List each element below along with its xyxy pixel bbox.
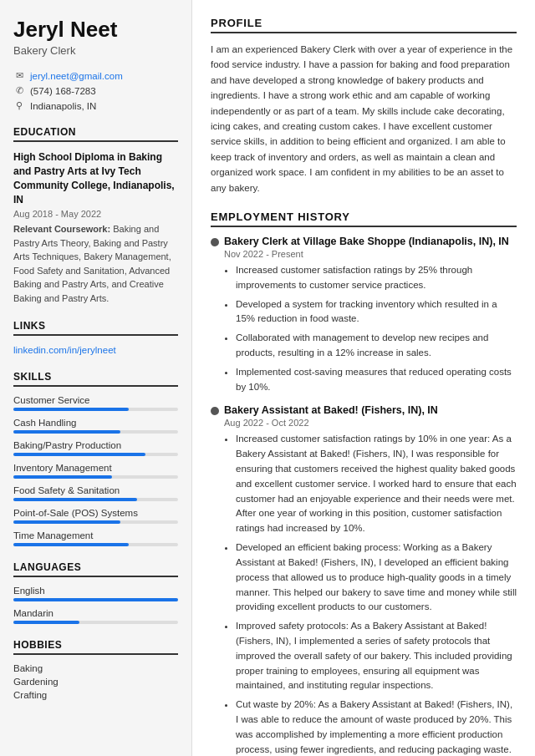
- skill-name: Inventory Management: [13, 463, 178, 473]
- job-dot: [211, 238, 219, 246]
- job-bullets: Increased customer satisfaction ratings …: [224, 263, 517, 395]
- hobbies-section-title: Hobbies: [13, 639, 178, 655]
- skill-name: Food Safety & Sanitation: [13, 485, 178, 495]
- skill-bar-fill: [13, 453, 145, 456]
- skill-bar-fill: [13, 475, 112, 479]
- job-dates: Nov 2022 - Present: [224, 249, 517, 259]
- job-bullets: Increased customer satisfaction ratings …: [224, 432, 517, 756]
- skill-item: Food Safety & Sanitation: [13, 485, 178, 501]
- job-bullet: Developed an efficient baking process: W…: [236, 540, 517, 615]
- skill-bar-bg: [13, 430, 178, 434]
- language-bar-bg: [13, 598, 178, 601]
- languages-section-title: Languages: [13, 561, 178, 577]
- location-text: Indianapolis, IN: [30, 101, 96, 111]
- skill-bar-fill: [13, 408, 129, 411]
- skill-bar-fill: [13, 520, 120, 524]
- job-title-text: Bakery Clerk at Village Bake Shoppe (Ind…: [224, 236, 509, 247]
- job-bullet: Increased customer satisfaction ratings …: [236, 263, 517, 293]
- skill-bar-fill: [13, 498, 137, 501]
- language-item: Mandarin: [13, 608, 178, 624]
- skill-item: Inventory Management: [13, 463, 178, 479]
- profile-section-title: Profile: [211, 17, 517, 33]
- employment-section: Employment History Bakery Clerk at Villa…: [211, 211, 517, 756]
- main-content: Profile I am an experienced Bakery Clerk…: [192, 0, 535, 756]
- skill-name: Baking/Pastry Production: [13, 440, 178, 450]
- education-dates: Aug 2018 - May 2022: [13, 209, 178, 219]
- skills-section-title: Skills: [13, 371, 178, 387]
- profile-section: Profile I am an experienced Bakery Clerk…: [211, 17, 517, 195]
- job-title-text: Bakery Assistant at Baked! (Fishers, IN)…: [224, 404, 438, 416]
- resume-container: Jeryl Neet Bakery Clerk ✉ jeryl.neet@gma…: [0, 0, 535, 756]
- phone-icon: ✆: [13, 85, 25, 96]
- email-link[interactable]: jeryl.neet@gmail.com: [30, 71, 123, 81]
- hobby-item: Gardening: [13, 677, 178, 687]
- coursework-text: Baking and Pastry Arts Theory, Baking an…: [13, 224, 171, 303]
- skill-name: Cash Handling: [13, 418, 178, 428]
- linkedin-link-item: linkedin.com/in/jerylneet: [13, 344, 178, 356]
- skill-bar-bg: [13, 520, 178, 524]
- language-item: English: [13, 586, 178, 601]
- skills-list: Customer Service Cash Handling Baking/Pa…: [13, 395, 178, 546]
- language-name: English: [13, 586, 178, 596]
- job-bullet: Improved safety protocols: As a Bakery A…: [236, 619, 517, 693]
- skill-bar-bg: [13, 543, 178, 546]
- job-bullet: Implemented cost-saving measures that re…: [236, 365, 517, 395]
- skill-name: Customer Service: [13, 395, 178, 405]
- skill-item: Customer Service: [13, 395, 178, 411]
- location-icon: ⚲: [13, 100, 25, 111]
- job-title: Bakery Assistant at Baked! (Fishers, IN)…: [211, 404, 517, 416]
- skill-bar-bg: [13, 453, 178, 456]
- jobs-list: Bakery Clerk at Village Bake Shoppe (Ind…: [211, 236, 517, 756]
- location-contact: ⚲ Indianapolis, IN: [13, 100, 178, 111]
- job-bullet: Developed a system for tracking inventor…: [236, 297, 517, 327]
- candidate-name: Jeryl Neet: [13, 17, 178, 43]
- job-dates: Aug 2022 - Oct 2022: [224, 418, 517, 428]
- skill-name: Point-of-Sale (POS) Systems: [13, 508, 178, 518]
- candidate-title: Bakery Clerk: [13, 44, 178, 57]
- email-contact: ✉ jeryl.neet@gmail.com: [13, 70, 178, 81]
- language-bar-fill: [13, 598, 178, 601]
- phone-number: (574) 168-7283: [30, 86, 96, 96]
- skill-name: Time Management: [13, 530, 178, 540]
- skill-bar-fill: [13, 430, 120, 434]
- job-bullet: Increased customer satisfaction ratings …: [236, 432, 517, 536]
- job-title: Bakery Clerk at Village Bake Shoppe (Ind…: [211, 236, 517, 247]
- sidebar: Jeryl Neet Bakery Clerk ✉ jeryl.neet@gma…: [0, 0, 192, 756]
- language-bar-fill: [13, 621, 79, 624]
- languages-list: English Mandarin: [13, 586, 178, 624]
- job-bullet: Cut waste by 20%: As a Bakery Assistant …: [236, 698, 517, 756]
- education-section-title: Education: [13, 126, 178, 142]
- hobbies-list: BakingGardeningCrafting: [13, 663, 178, 700]
- job-bullet: Collaborated with management to develop …: [236, 331, 517, 361]
- coursework-label: Relevant Coursework:: [13, 224, 110, 234]
- hobby-item: Baking: [13, 663, 178, 673]
- skill-bar-bg: [13, 498, 178, 501]
- skill-bar-bg: [13, 475, 178, 479]
- skill-item: Cash Handling: [13, 418, 178, 434]
- job-dot: [211, 407, 219, 415]
- skill-bar-fill: [13, 543, 129, 546]
- skill-item: Point-of-Sale (POS) Systems: [13, 508, 178, 524]
- language-bar-bg: [13, 621, 178, 624]
- employment-section-title: Employment History: [211, 211, 517, 227]
- education-coursework: Relevant Coursework: Baking and Pastry A…: [13, 222, 178, 305]
- phone-contact: ✆ (574) 168-7283: [13, 85, 178, 96]
- hobby-item: Crafting: [13, 690, 178, 700]
- job-entry: Bakery Assistant at Baked! (Fishers, IN)…: [211, 404, 517, 756]
- profile-text: I am an experienced Bakery Clerk with ov…: [211, 42, 517, 195]
- linkedin-link[interactable]: linkedin.com/in/jerylneet: [13, 345, 116, 355]
- links-section-title: Links: [13, 320, 178, 336]
- email-icon: ✉: [13, 70, 25, 81]
- job-entry: Bakery Clerk at Village Bake Shoppe (Ind…: [211, 236, 517, 395]
- skill-bar-bg: [13, 408, 178, 411]
- skill-item: Baking/Pastry Production: [13, 440, 178, 456]
- education-degree: High School Diploma in Baking and Pastry…: [13, 150, 178, 206]
- skill-item: Time Management: [13, 530, 178, 546]
- language-name: Mandarin: [13, 608, 178, 618]
- contact-section: ✉ jeryl.neet@gmail.com ✆ (574) 168-7283 …: [13, 70, 178, 111]
